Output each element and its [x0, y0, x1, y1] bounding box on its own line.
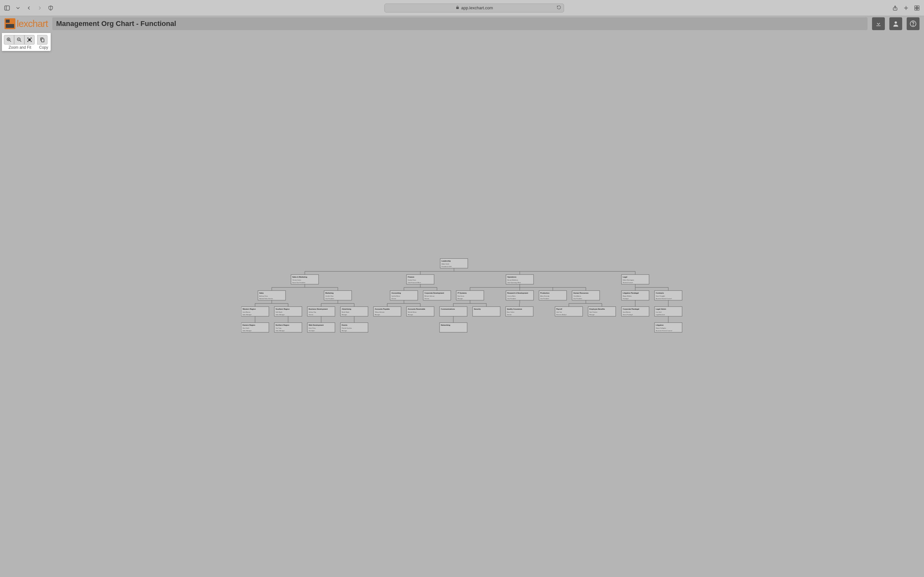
forward-icon[interactable]: [37, 5, 43, 11]
org-node[interactable]: LitigationWayne GallagherAssociate Gener…: [654, 323, 682, 332]
org-node[interactable]: Sales & MarketingChristin JamesSenior Vi…: [291, 275, 318, 284]
org-node[interactable]: Corporate DevelopmentMichael JohnsonDire…: [423, 291, 451, 300]
org-node[interactable]: AccountingCynthia MooreDirector: [390, 291, 418, 300]
svg-text:Vice President: Vice President: [325, 298, 334, 300]
svg-text:Director: Director: [391, 298, 396, 300]
org-node[interactable]: AdvertisingNicole WyattManager: [341, 307, 368, 316]
org-node[interactable]: Southern RegionSeth BoothSales Manager: [274, 307, 302, 316]
org-node[interactable]: EventsPamela SanchezManager: [341, 323, 368, 332]
svg-text:Employee Benefits: Employee Benefits: [590, 308, 605, 310]
help-button[interactable]: [907, 17, 919, 30]
org-node[interactable]: Northern RegionYao TungSales Manager: [274, 323, 302, 332]
org-node[interactable]: Business DevelopmentJohnny ClayDirector: [307, 307, 335, 316]
org-node[interactable]: LeadershipWalter SmithPresident & CEO: [440, 259, 468, 268]
sidebar-icon[interactable]: [4, 5, 10, 11]
plus-icon[interactable]: [903, 5, 909, 11]
share-icon[interactable]: [892, 5, 898, 11]
svg-text:Jessica Baker: Jessica Baker: [507, 295, 516, 297]
svg-text:Chief Financial Officer: Chief Financial Officer: [408, 282, 421, 284]
address-bar[interactable]: app.lexchart.com: [384, 3, 564, 13]
chart-title-input[interactable]: Management Org Chart - Functional: [52, 17, 867, 30]
org-node[interactable]: Networking: [439, 323, 467, 332]
account-button[interactable]: [889, 17, 902, 30]
svg-text:Security: Security: [474, 308, 481, 310]
svg-rect-20: [29, 39, 31, 41]
svg-text:Web Development: Web Development: [309, 324, 324, 326]
svg-text:Developer: Developer: [309, 330, 315, 332]
svg-text:Manager: Manager: [590, 314, 595, 316]
org-node[interactable]: Quality AssuranceBoaz CohenDirector: [506, 307, 533, 316]
svg-text:IT Systems: IT Systems: [457, 292, 467, 294]
svg-text:Assistant General Counsel: Assistant General Counsel: [656, 298, 672, 300]
svg-rect-9: [917, 8, 919, 10]
svg-text:Chad Adams: Chad Adams: [573, 295, 581, 297]
org-node[interactable]: ProductionAlexa KennedyVice President: [539, 291, 567, 300]
svg-text:Pamela Sanchez: Pamela Sanchez: [342, 327, 352, 329]
svg-rect-7: [917, 6, 919, 8]
svg-text:Cynthia Moore: Cynthia Moore: [391, 295, 401, 297]
org-node[interactable]: ContractsSamir FranglettAssistant Genera…: [654, 291, 682, 300]
org-node[interactable]: Accounts ReceivableNichole HintonManager: [407, 307, 434, 316]
svg-text:Finance: Finance: [408, 276, 414, 278]
svg-text:Legal Assistant: Legal Assistant: [656, 314, 665, 316]
svg-text:Manager: Manager: [342, 314, 347, 316]
svg-text:Sales Manager: Sales Manager: [242, 330, 252, 332]
org-node[interactable]: MarketingJennifer ZhaoVice President: [324, 291, 352, 300]
svg-text:Quality Assurance: Quality Assurance: [507, 308, 522, 310]
svg-text:Networking: Networking: [441, 324, 450, 326]
org-chart[interactable]: LeadershipWalter SmithPresident & CEOSal…: [241, 257, 683, 334]
svg-text:Accounts Receivable: Accounts Receivable: [408, 308, 425, 310]
org-node[interactable]: Communications: [439, 307, 467, 316]
svg-text:Tiffany Johnston: Tiffany Johnston: [375, 311, 384, 313]
org-node[interactable]: PayrollJulie TsaiBusiness Analyst: [555, 307, 583, 316]
svg-text:Communications: Communications: [441, 308, 455, 310]
chevron-down-icon[interactable]: [15, 5, 21, 11]
zoom-in-button[interactable]: [4, 35, 14, 45]
svg-text:Lisa Libel: Lisa Libel: [656, 311, 662, 313]
org-node[interactable]: Human ResourcesChad AdamsVice President: [572, 291, 599, 300]
svg-text:Research & Development: Research & Development: [507, 292, 528, 294]
svg-text:Senior Paralegal: Senior Paralegal: [623, 314, 633, 316]
zoom-out-button[interactable]: [14, 35, 24, 45]
logo[interactable]: lexchart: [5, 18, 48, 29]
brand-text: lexchart: [17, 18, 48, 29]
org-node[interactable]: Accounts PayableTiffany JohnstonManager: [373, 307, 401, 316]
svg-text:Associate General Counsel: Associate General Counsel: [656, 330, 672, 332]
org-node[interactable]: Security: [473, 307, 500, 316]
tabs-icon[interactable]: [914, 5, 920, 11]
svg-text:President & CEO: President & CEO: [441, 266, 452, 268]
download-button[interactable]: [872, 17, 885, 30]
org-node[interactable]: Western RegionJuan MorenoSales Manager: [241, 307, 269, 316]
org-node[interactable]: FinanceKendra PerezChief Financial Offic…: [407, 275, 434, 284]
svg-text:Western Region: Western Region: [242, 308, 256, 310]
org-node[interactable]: Litigation ParalegalMegan MedinaParalega…: [622, 291, 649, 300]
org-node[interactable]: Eastern RegionGina SmithSales Manager: [241, 323, 269, 332]
reload-icon[interactable]: [557, 5, 561, 11]
org-node[interactable]: Employee BenefitsSam PaulsonManager: [588, 307, 615, 316]
svg-text:Manager: Manager: [408, 314, 413, 316]
org-node[interactable]: OperationsHannah MatthewsChief Operating…: [506, 275, 533, 284]
org-node[interactable]: IT SystemsBrad JonesManager: [456, 291, 484, 300]
svg-text:Litigation Paralegal: Litigation Paralegal: [623, 292, 639, 294]
svg-text:Sales Manager: Sales Manager: [242, 314, 252, 316]
shield-icon[interactable]: [47, 5, 54, 11]
fit-button[interactable]: [24, 35, 35, 45]
chart-title-text: Management Org Chart - Functional: [56, 19, 176, 28]
svg-text:Juan Moreno: Juan Moreno: [623, 311, 631, 313]
copy-button[interactable]: [37, 35, 47, 45]
canvas[interactable]: LeadershipWalter SmithPresident & CEOSal…: [0, 54, 924, 577]
org-node[interactable]: Corporate ParalegalJuan MorenoSenior Par…: [622, 307, 649, 316]
org-node[interactable]: Research & DevelopmentJessica BakerVice …: [506, 291, 533, 300]
url-text: app.lexchart.com: [461, 5, 493, 10]
back-icon[interactable]: [26, 5, 32, 11]
svg-text:Brad Jones: Brad Jones: [457, 295, 464, 297]
svg-text:Dalton Washington: Dalton Washington: [623, 279, 634, 281]
org-node[interactable]: Web DevelopmentKevin PerryDeveloper: [307, 323, 335, 332]
svg-text:Legal Admin: Legal Admin: [656, 308, 666, 310]
org-node[interactable]: Legal AdminLisa LibelLegal Assistant: [654, 307, 682, 316]
org-node[interactable]: LegalDalton WashingtonGeneral Counsel: [622, 275, 649, 284]
org-node[interactable]: SalesAnthony DavisNational Sales Directo…: [258, 291, 286, 300]
svg-text:Wayne Gallagher: Wayne Gallagher: [656, 327, 666, 329]
svg-text:Accounts Payable: Accounts Payable: [375, 308, 389, 310]
svg-text:Vice President: Vice President: [573, 298, 582, 300]
